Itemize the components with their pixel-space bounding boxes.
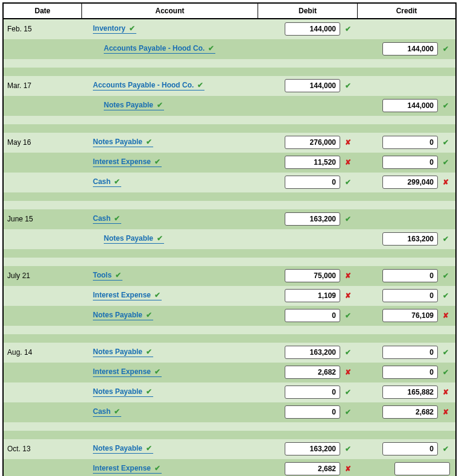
debit-input[interactable] — [285, 156, 340, 169]
credit-cell: ✔ — [358, 266, 455, 285]
debit-input[interactable] — [285, 386, 340, 399]
check-icon: ✔ — [344, 408, 352, 416]
date-cell — [4, 229, 82, 249]
account-link[interactable]: Interest Expense ✔ — [93, 157, 162, 167]
credit-input[interactable] — [382, 309, 438, 322]
spacer-row — [4, 192, 455, 201]
spacer-row — [4, 422, 455, 431]
credit-input[interactable] — [382, 289, 438, 302]
check-icon: ✔ — [145, 138, 153, 146]
credit-input[interactable] — [382, 232, 438, 246]
debit-input[interactable] — [285, 442, 340, 455]
debit-input[interactable] — [285, 176, 340, 189]
credit-cell — [358, 76, 455, 95]
debit-input[interactable] — [285, 79, 340, 92]
account-link[interactable]: Inventory ✔ — [93, 24, 136, 34]
account-link[interactable]: Interest Expense ✔ — [93, 367, 162, 377]
date-cell — [4, 39, 82, 59]
debit-input[interactable] — [285, 309, 340, 322]
check-icon: ✔ — [344, 445, 352, 453]
date-cell — [4, 306, 82, 325]
debit-input[interactable] — [285, 136, 340, 149]
debit-input[interactable] — [285, 269, 340, 282]
credit-input[interactable] — [382, 176, 438, 189]
spacer-row — [4, 258, 455, 266]
debit-input[interactable] — [285, 366, 340, 379]
debit-input[interactable] — [285, 22, 340, 36]
credit-input[interactable] — [382, 269, 438, 282]
account-link[interactable]: Cash ✔ — [93, 214, 121, 224]
account-cell: Cash ✔ — [82, 209, 258, 229]
account-link[interactable]: Cash ✔ — [93, 407, 121, 417]
check-icon: ✔ — [153, 291, 162, 299]
debit-input[interactable] — [285, 462, 340, 475]
debit-cell: ✘ — [258, 363, 358, 382]
account-link[interactable]: Notes Payable ✔ — [93, 387, 153, 397]
debit-input[interactable] — [285, 212, 340, 226]
account-link[interactable]: Cash ✔ — [93, 177, 121, 187]
account-link[interactable]: Notes Payable ✔ — [93, 138, 153, 147]
credit-input[interactable] — [382, 405, 438, 419]
check-icon: ✔ — [153, 367, 162, 376]
date-cell: Aug. 14 — [4, 343, 82, 362]
credit-input[interactable] — [382, 99, 438, 112]
account-link[interactable]: Notes Payable ✔ — [93, 347, 153, 357]
journal-entry-table: Date Account Debit Credit Feb. 15Invento… — [2, 2, 457, 476]
journal-row: Interest Expense ✔✘ — [4, 459, 455, 476]
debit-cell: ✔ — [258, 343, 358, 362]
credit-cell: ✔ — [358, 133, 455, 152]
check-icon: ✔ — [153, 157, 162, 166]
debit-cell: ✔ — [258, 402, 358, 422]
credit-input[interactable] — [394, 462, 450, 475]
x-icon: ✘ — [344, 158, 352, 167]
spacer-row — [4, 334, 455, 343]
debit-input[interactable] — [285, 289, 340, 302]
check-icon: ✔ — [442, 348, 450, 357]
account-link[interactable]: Tools ✔ — [93, 271, 122, 281]
check-icon: ✔ — [145, 444, 153, 452]
debit-cell: ✔ — [258, 209, 358, 229]
credit-input[interactable] — [382, 386, 438, 399]
account-link[interactable]: Notes Payable ✔ — [93, 444, 153, 454]
credit-input[interactable] — [382, 136, 438, 149]
spacer-row — [4, 431, 455, 439]
account-link[interactable]: Accounts Payable - Hood Co. ✔ — [93, 81, 204, 90]
check-icon: ✔ — [113, 407, 121, 416]
check-icon: ✔ — [113, 177, 121, 186]
account-cell: Accounts Payable - Hood Co. ✔ — [82, 39, 258, 59]
debit-cell: ✘ — [258, 459, 358, 476]
check-icon: ✔ — [442, 138, 450, 147]
debit-input[interactable] — [285, 405, 340, 419]
credit-input[interactable] — [382, 42, 438, 56]
check-icon: ✔ — [442, 291, 450, 300]
date-cell — [4, 459, 82, 476]
journal-row: Mar. 17Accounts Payable - Hood Co. ✔✔ — [4, 76, 455, 96]
account-link[interactable]: Interest Expense ✔ — [93, 464, 162, 474]
account-cell: Cash ✔ — [82, 402, 258, 422]
credit-input[interactable] — [382, 346, 438, 359]
date-cell — [4, 153, 82, 172]
credit-cell: ✘ — [358, 382, 455, 402]
check-icon: ✔ — [344, 81, 352, 90]
debit-input[interactable] — [285, 346, 340, 359]
account-link[interactable]: Interest Expense ✔ — [93, 291, 162, 300]
account-link[interactable]: Notes Payable ✔ — [104, 234, 164, 244]
debit-cell: ✔ — [258, 439, 358, 459]
credit-input[interactable] — [382, 442, 438, 455]
account-link[interactable]: Accounts Payable - Hood Co. ✔ — [104, 44, 215, 54]
account-cell: Notes Payable ✔ — [82, 439, 258, 459]
header-debit: Debit — [258, 4, 358, 18]
account-link[interactable]: Notes Payable ✔ — [104, 101, 164, 110]
account-cell: Notes Payable ✔ — [82, 133, 258, 152]
check-icon: ✔ — [207, 44, 215, 52]
check-icon: ✔ — [153, 464, 162, 472]
credit-input[interactable] — [382, 366, 438, 379]
account-link[interactable]: Notes Payable ✔ — [93, 311, 153, 320]
credit-cell: ✔ — [358, 286, 455, 305]
check-icon: ✔ — [442, 101, 450, 110]
debit-cell: ✔ — [258, 76, 358, 95]
credit-input[interactable] — [382, 156, 438, 169]
journal-row: Notes Payable ✔✔ — [4, 96, 455, 116]
credit-cell: ✘ — [358, 173, 455, 192]
account-cell: Notes Payable ✔ — [82, 343, 258, 362]
